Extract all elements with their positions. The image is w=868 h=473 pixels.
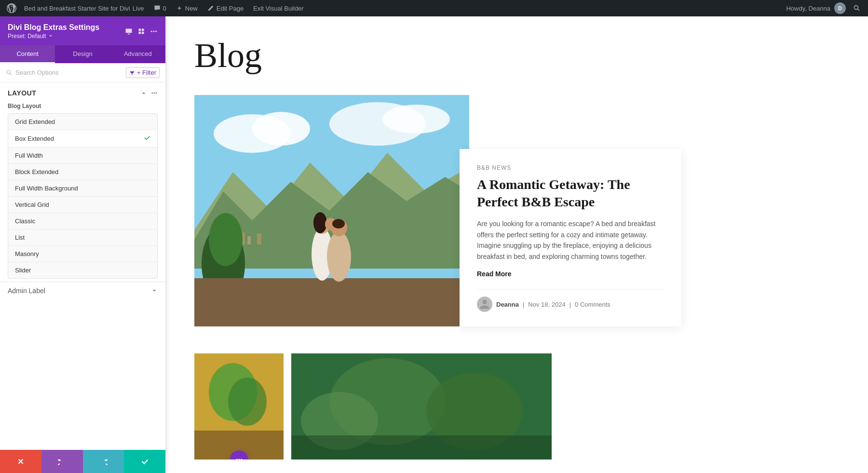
second-row (194, 346, 839, 459)
second-post-container (194, 346, 552, 459)
tab-content[interactable]: Content (0, 45, 55, 63)
post-meta: Deanna | Nov 18, 2024 | 0 Comments (477, 289, 664, 312)
layout-section-title: Layout (8, 89, 36, 97)
save-button[interactable] (124, 450, 165, 473)
new-item[interactable]: New (171, 0, 203, 16)
search-input[interactable] (15, 69, 123, 76)
option-block-extended[interactable]: Block Extended (8, 164, 157, 180)
sidebar-header-info: Divi Blog Extras Settings Preset: Defaul… (8, 23, 99, 40)
meta-separator-1: | (523, 301, 524, 308)
post-category: B&B News (477, 164, 664, 171)
second-image-2 (291, 353, 552, 459)
undo-icon (58, 457, 67, 466)
undo-button[interactable] (41, 450, 83, 473)
second-row-images (194, 353, 552, 459)
redo-icon (99, 457, 108, 466)
blog-title: Blog (165, 16, 868, 85)
option-classic[interactable]: Classic (8, 213, 157, 230)
cancel-button[interactable] (0, 450, 41, 473)
main-content: Blog (165, 16, 868, 473)
search-button[interactable] (850, 1, 864, 15)
svg-point-30 (332, 219, 345, 229)
read-more-link[interactable]: Read More (477, 270, 512, 278)
dots-icon (235, 456, 243, 459)
collapse-icon[interactable] (140, 90, 147, 96)
avatar[interactable]: D (834, 2, 846, 14)
search-bar: + Filter (0, 63, 165, 82)
svg-point-5 (156, 93, 157, 94)
svg-point-35 (236, 459, 237, 459)
redo-button[interactable] (83, 450, 124, 473)
option-grid-extended[interactable]: Grid Extended (8, 114, 157, 130)
second-image-1-svg (194, 353, 284, 459)
layout-section-header: Layout (8, 89, 158, 97)
option-vertical-grid[interactable]: Vertical Grid (8, 197, 157, 213)
sidebar-header: Divi Blog Extras Settings Preset: Defaul… (0, 16, 165, 45)
author-avatar (477, 297, 492, 312)
post-excerpt: Are you looking for a romantic escape? A… (477, 218, 664, 262)
featured-post: B&B News A Romantic Getaway: The Perfect… (194, 95, 839, 326)
option-list[interactable]: List (8, 230, 157, 246)
monitor-icon[interactable] (125, 27, 133, 35)
more-icon[interactable] (150, 27, 158, 35)
site-name-text: Bed and Breakfast Starter Site for Divi (24, 5, 130, 12)
edit-page-item[interactable]: Edit Page (203, 0, 248, 16)
post-date: Nov 18, 2024 (528, 301, 565, 308)
post-comments: 0 Comments (575, 301, 610, 308)
howdy-text: Howdy, Deanna (786, 5, 830, 12)
admin-label-section: Admin Label (0, 282, 165, 299)
layout-section: Layout Blog Layout Grid Extended Box Ext… (0, 82, 165, 282)
svg-rect-42 (291, 435, 552, 459)
admin-label-chevron (151, 287, 158, 294)
second-image-2-svg (291, 353, 552, 459)
live-badge: Live (133, 5, 144, 12)
svg-point-1 (153, 30, 154, 32)
layout-options-list: Grid Extended Box Extended Full Width Bl… (8, 113, 158, 279)
svg-point-24 (313, 212, 327, 233)
section-controls (140, 90, 158, 96)
action-bar (0, 450, 165, 473)
svg-point-36 (238, 459, 240, 459)
admin-bar-right: Howdy, Deanna D (786, 1, 864, 15)
sidebar-tabs: Content Design Advanced (0, 45, 165, 63)
svg-rect-15 (247, 236, 251, 244)
sidebar: Divi Blog Extras Settings Preset: Defaul… (0, 16, 165, 473)
filter-button[interactable]: + Filter (126, 67, 160, 78)
svg-point-4 (154, 93, 155, 94)
option-masonry[interactable]: Masonry (8, 246, 157, 262)
comments-item[interactable]: 0 (149, 0, 171, 16)
tab-design[interactable]: Design (55, 45, 110, 63)
svg-point-18 (209, 213, 243, 266)
option-full-width-background[interactable]: Full Width Background (8, 180, 157, 197)
admin-label-toggle[interactable]: Admin Label (8, 287, 158, 295)
option-box-extended[interactable]: Box Extended (8, 130, 157, 148)
tab-advanced[interactable]: Advanced (110, 45, 165, 63)
sidebar-header-icons (125, 27, 158, 35)
wp-logo[interactable] (4, 0, 19, 16)
svg-point-3 (151, 93, 153, 94)
meta-separator-2: | (570, 301, 571, 308)
site-name-item[interactable]: Bed and Breakfast Starter Site for Divi … (19, 0, 149, 16)
second-image-1 (194, 353, 284, 459)
option-slider[interactable]: Slider (8, 262, 157, 278)
option-full-width[interactable]: Full Width (8, 148, 157, 164)
featured-text-card: B&B News A Romantic Getaway: The Perfect… (460, 149, 681, 326)
svg-rect-20 (194, 278, 469, 326)
svg-point-8 (252, 112, 310, 146)
section-more-icon[interactable] (151, 90, 158, 96)
grid-icon[interactable] (137, 27, 145, 35)
sidebar-title: Divi Blog Extras Settings (8, 23, 99, 32)
search-icon (853, 4, 861, 12)
svg-point-2 (155, 30, 157, 32)
search-small-icon (6, 69, 13, 76)
exit-builder-item[interactable]: Exit Visual Builder (248, 0, 309, 16)
featured-image-svg (194, 95, 469, 326)
filter-icon (129, 70, 135, 76)
chevron-down-icon (48, 33, 54, 39)
checkmark-icon (144, 135, 150, 141)
admin-bar: Bed and Breakfast Starter Site for Divi … (0, 0, 868, 16)
plus-icon (176, 5, 183, 12)
svg-point-37 (241, 459, 242, 459)
sidebar-subtitle: Preset: Default (8, 33, 99, 40)
save-icon (140, 457, 149, 466)
